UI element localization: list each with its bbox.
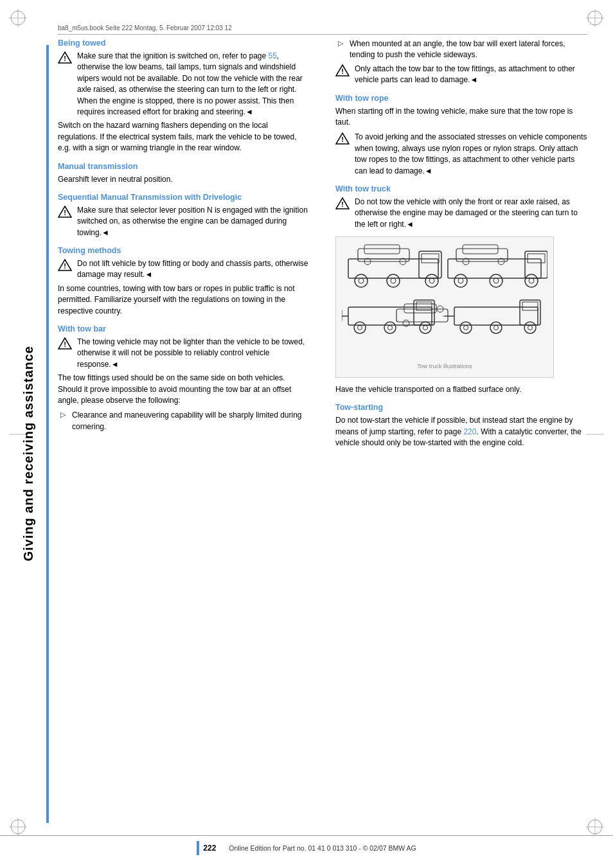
svg-point-78 [525,274,538,287]
sidebar-text-area: Giving and receiving assistance [12,116,45,791]
heading-with-tow-truck: With tow truck [335,184,587,193]
blue-accent-bar [46,45,49,823]
svg-rect-73 [528,254,545,263]
bullet-right-1-text: When mounted at an angle, the tow bar wi… [350,39,587,61]
page-link-55[interactable]: 55 [269,51,277,60]
arrow-symbol: ▷ [60,411,69,419]
warning-icon-tow-truck: ! [335,197,352,211]
svg-point-60 [464,326,468,330]
warning-tow-fittings-text: Only attach the tow bar to the tow fitti… [355,64,587,86]
para-tow-bar-2: The tow fittings used should be on the s… [58,373,310,406]
svg-rect-72 [525,251,547,278]
svg-point-36 [429,278,434,283]
heading-tow-starting: Tow-starting [335,403,587,412]
svg-text:!: ! [64,262,66,270]
footer: 222 Online Edition for Part no. 01 41 0 … [0,835,613,855]
svg-point-74 [454,274,467,287]
warning-icon: ! [58,51,75,66]
para-flatbed: Have the vehicle transported on a flatbe… [335,384,587,395]
svg-point-75 [458,278,463,283]
svg-point-62 [494,326,499,330]
truck-illustration: Tow truck illustrations [335,236,554,378]
warning-icon-tow-rope: ! [335,132,352,146]
warning-being-towed-text: Make sure that the ignition is switched … [77,51,310,118]
para-tow-starting: Do not tow-start the vehicle if possible… [335,415,587,448]
svg-text:!: ! [64,55,66,62]
svg-point-32 [359,278,364,283]
svg-rect-38 [364,245,400,254]
heading-with-tow-bar: With tow bar [58,324,310,333]
right-column: ▷ When mounted at an angle, the tow bar … [329,39,587,817]
svg-rect-58 [522,302,538,310]
svg-point-64 [528,326,533,330]
warning-tow-truck: ! Do not tow the vehicle with only the f… [335,197,587,230]
svg-text:!: ! [64,341,66,348]
svg-rect-37 [358,249,409,261]
content-area: Being towed ! Make sure that the ignitio… [58,39,587,817]
heading-towing-methods: Towing methods [58,246,310,255]
svg-point-76 [490,274,502,287]
svg-point-34 [391,278,396,283]
svg-point-33 [387,274,400,287]
footer-page-number: 222 [203,844,216,853]
svg-point-61 [490,322,502,333]
svg-point-48 [420,322,431,333]
warning-tow-rope: ! To avoid jerking and the associated st… [335,132,587,177]
warning-tow-bar-text: The towing vehicle may not be lighter th… [77,337,310,370]
svg-text:!: ! [341,67,344,75]
heading-sequential-manual: Sequential Manual Transmission with Driv… [58,193,310,202]
left-column: Being towed ! Make sure that the ignitio… [58,39,316,817]
footer-note: Online Edition for Part no. 01 41 0 013 … [229,844,416,852]
footer-blue-bar [197,841,199,855]
svg-point-35 [425,274,438,287]
svg-text:!: ! [341,136,344,143]
svg-rect-80 [456,249,508,261]
svg-point-59 [460,322,472,333]
svg-point-77 [493,278,499,283]
corner-mark-br [586,818,604,836]
heading-manual-transmission: Manual transmission [58,162,310,171]
corner-mark-bl [9,818,27,836]
warning-being-towed: ! Make sure that the ignition is switche… [58,51,310,118]
svg-point-44 [354,322,366,333]
svg-rect-57 [520,300,540,325]
svg-point-45 [358,326,362,330]
svg-text:!: ! [341,200,344,208]
bullet-tow-bar-1-text: Clearance and maneuvering capability wil… [72,410,310,432]
corner-mark-tl [9,9,27,27]
heading-being-towed: Being towed [58,39,310,48]
para-manual-transmission: Gearshift lever in neutral position. [58,174,310,185]
warning-tow-bar: ! The towing vehicle may not be lighter … [58,337,310,370]
corner-mark-tr [586,9,604,27]
warning-towing-methods-text: Do not lift vehicle by tow fitting or bo… [77,258,310,281]
page-container: ba8_m5us.book Seite 222 Montag, 5. Febru… [0,0,613,868]
warning-icon-tow-fittings: ! [335,64,352,78]
svg-point-46 [384,322,396,333]
svg-point-63 [524,322,536,333]
file-header-text: ba8_m5us.book Seite 222 Montag, 5. Febru… [58,24,232,31]
bullet-right-1: ▷ When mounted at an angle, the tow bar … [338,39,587,61]
bullet-tow-bar-1: ▷ Clearance and maneuvering capability w… [60,410,310,432]
file-header: ba8_m5us.book Seite 222 Montag, 5. Febru… [58,24,587,35]
warning-tow-rope-text: To avoid jerking and the associated stre… [355,132,587,177]
corner-mark-mr [586,425,604,443]
arrow-symbol-right: ▷ [338,39,347,48]
svg-rect-81 [463,245,498,254]
svg-point-49 [423,326,428,330]
warning-icon-sequential: ! [58,206,75,220]
para-towing-methods-2: In some countries, towing with tow bars … [58,283,310,317]
svg-text:!: ! [64,209,66,217]
warning-sequential: ! Make sure that selector lever position… [58,205,310,238]
warning-tow-truck-text: Do not tow the vehicle with only the fro… [355,197,587,230]
svg-text:Tow truck illustrations: Tow truck illustrations [417,363,472,369]
svg-point-31 [355,274,368,287]
heading-with-tow-rope: With tow rope [335,94,587,103]
para-tow-rope: When starting off in the towing vehicle,… [335,106,587,128]
page-link-220[interactable]: 220 [463,427,476,436]
warning-towing-methods: ! Do not lift vehicle by tow fitting or … [58,258,310,281]
sidebar-label: Giving and receiving assistance [21,346,36,562]
warning-tow-fittings: ! Only attach the tow bar to the tow fit… [335,64,587,86]
svg-point-79 [529,278,534,283]
warning-sequential-text: Make sure that selector lever position N… [77,205,310,238]
svg-rect-30 [422,254,439,263]
